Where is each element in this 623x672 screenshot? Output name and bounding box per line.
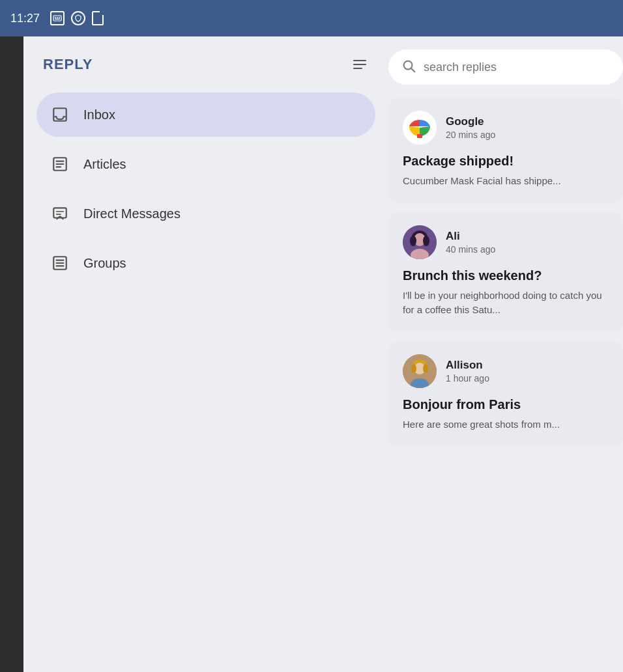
sidebar-item-groups[interactable]: Groups xyxy=(36,241,375,285)
hamburger-menu-icon[interactable] xyxy=(351,57,369,72)
card-header-ali: Ali 40 mins ago xyxy=(403,225,609,259)
card-meta-google: Google 20 mins ago xyxy=(446,115,495,140)
message-preview-allison: Here are some great shots from m... xyxy=(403,417,609,432)
svg-point-31 xyxy=(423,364,428,373)
groups-icon xyxy=(50,253,70,273)
svg-rect-1 xyxy=(55,17,56,18)
message-subject-ali: Brunch this weekend? xyxy=(403,268,609,283)
message-preview-google: Cucumber Mask Facial has shippe... xyxy=(403,174,609,189)
sidebar-item-inbox[interactable]: Inbox xyxy=(36,92,375,137)
sidebar-item-direct-messages[interactable]: Direct Messages xyxy=(36,191,375,236)
main-area: REPLY Inbox xyxy=(23,36,623,672)
status-bar: 11:27 xyxy=(0,0,623,36)
search-input[interactable] xyxy=(424,61,610,74)
sidebar-item-articles[interactable]: Articles xyxy=(36,142,375,186)
svg-point-30 xyxy=(411,364,416,373)
svg-rect-3 xyxy=(59,17,60,18)
svg-point-24 xyxy=(410,236,416,246)
search-bar xyxy=(388,49,623,85)
app-title: REPLY xyxy=(43,56,93,73)
security-icon xyxy=(71,11,85,25)
sender-name-google: Google xyxy=(446,115,495,128)
inbox-label: Inbox xyxy=(83,107,115,122)
card-header-allison: Allison 1 hour ago xyxy=(403,354,609,388)
keyboard-icon xyxy=(50,11,65,25)
sender-name-ali: Ali xyxy=(446,230,495,243)
message-card-ali[interactable]: Ali 40 mins ago Brunch this weekend? I'l… xyxy=(388,212,623,332)
card-header-google: Google 20 mins ago xyxy=(403,111,609,145)
avatar-google xyxy=(403,111,437,145)
sender-name-allison: Allison xyxy=(446,359,489,372)
svg-rect-0 xyxy=(53,16,61,21)
articles-icon xyxy=(50,154,70,175)
avatar-allison xyxy=(403,354,437,388)
status-icons xyxy=(50,11,104,25)
inbox-icon xyxy=(50,104,70,125)
svg-rect-4 xyxy=(55,19,60,20)
message-card-google[interactable]: Google 20 mins ago Package shipped! Cucu… xyxy=(388,98,623,203)
time-ago-google: 20 mins ago xyxy=(446,130,495,140)
svg-point-25 xyxy=(423,236,429,246)
message-subject-google: Package shipped! xyxy=(403,154,609,169)
time-ago-ali: 40 mins ago xyxy=(446,244,495,255)
search-icon xyxy=(401,59,416,76)
groups-label: Groups xyxy=(83,256,126,271)
status-time: 11:27 xyxy=(10,12,40,25)
card-meta-allison: Allison 1 hour ago xyxy=(446,359,489,384)
message-card-allison[interactable]: Allison 1 hour ago Bonjour from Paris He… xyxy=(388,341,623,447)
avatar-ali xyxy=(403,225,437,259)
sidebar-header: REPLY xyxy=(36,56,375,73)
articles-label: Articles xyxy=(83,157,126,172)
right-panel: Google 20 mins ago Package shipped! Cucu… xyxy=(388,36,623,672)
direct-messages-label: Direct Messages xyxy=(83,206,181,221)
sidebar: REPLY Inbox xyxy=(23,36,388,672)
card-meta-ali: Ali 40 mins ago xyxy=(446,230,495,255)
message-subject-allison: Bonjour from Paris xyxy=(403,397,609,412)
svg-rect-2 xyxy=(57,17,58,18)
svg-rect-20 xyxy=(417,134,422,138)
messages-icon xyxy=(50,203,70,224)
time-ago-allison: 1 hour ago xyxy=(446,373,489,384)
sd-card-icon xyxy=(92,11,104,25)
message-preview-ali: I'll be in your neighborhood doing to ca… xyxy=(403,288,609,318)
svg-line-18 xyxy=(411,68,414,72)
